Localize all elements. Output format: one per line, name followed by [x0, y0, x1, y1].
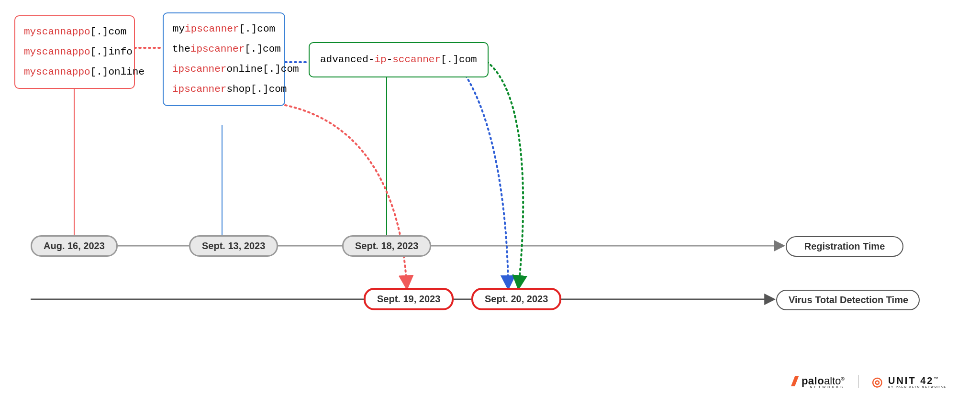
logo-paloalto: /// paloalto® NETWORKS [791, 373, 845, 390]
date-det-2: Sept. 20, 2023 [471, 288, 561, 310]
domain-group-red: myscannappo[.]com myscannappo[.]info mys… [14, 15, 135, 89]
domain-line: myipscanner[.]com [172, 19, 276, 39]
footer-separator [858, 375, 858, 388]
domain-group-green: advanced-ip-sccanner[.]com [309, 42, 489, 77]
unit42-mark-icon: ◎ [872, 374, 884, 389]
domain-line: ipscannershop[.]com [172, 79, 276, 99]
footer-brands: /// paloalto® NETWORKS ◎ UNIT 42™ BY PAL… [791, 373, 947, 390]
domain-line: theipscanner[.]com [172, 39, 276, 59]
date-reg-1: Aug. 16, 2023 [31, 235, 118, 257]
domain-line: ipscanneronline[.]com [172, 59, 276, 79]
date-det-1: Sept. 19, 2023 [364, 288, 454, 310]
connector-overlay [0, 0, 980, 404]
domain-line: myscannappo[.]online [24, 62, 125, 82]
logo-unit42: ◎ UNIT 42™ BY PALO ALTO NETWORKS [872, 374, 947, 389]
domain-line: myscannappo[.]info [24, 42, 125, 62]
domain-line: myscannappo[.]com [24, 22, 125, 42]
label-registration: Registration Time [786, 236, 903, 257]
date-reg-2: Sept. 13, 2023 [189, 235, 278, 257]
domain-group-blue: myipscanner[.]com theipscanner[.]com ips… [163, 12, 285, 106]
paloalto-slash-icon: /// [791, 373, 795, 390]
date-reg-3: Sept. 18, 2023 [342, 235, 431, 257]
label-detection: Virus Total Detection Time [776, 290, 920, 310]
domain-line: advanced-ip-sccanner[.]com [320, 50, 477, 70]
